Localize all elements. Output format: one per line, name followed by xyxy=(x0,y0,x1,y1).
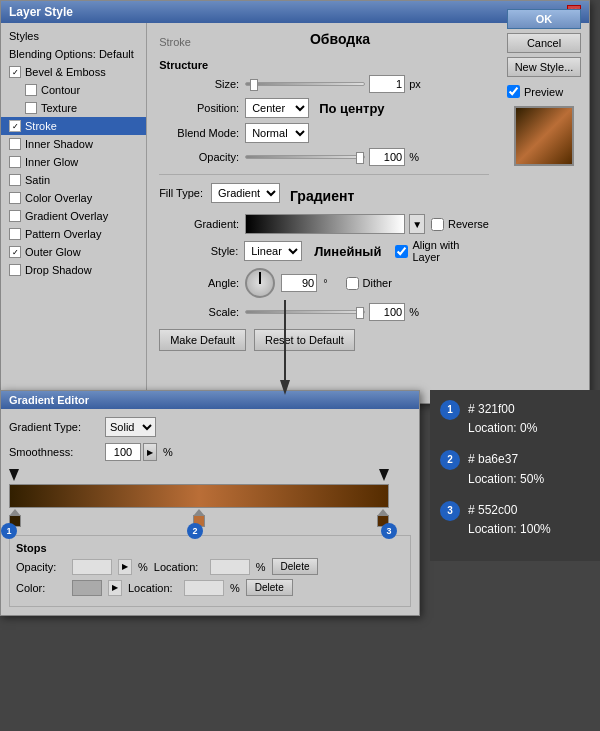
opacity-stop-input[interactable] xyxy=(72,559,112,575)
style-text: Линейный xyxy=(314,244,381,259)
new-style-button[interactable]: New Style... xyxy=(507,57,581,77)
stops-section: Stops Opacity: ▶ % Location: % Delete Co… xyxy=(9,535,411,607)
pattern-overlay-checkbox[interactable] xyxy=(9,228,21,240)
angle-input[interactable] xyxy=(281,274,317,292)
opacity-pct: % xyxy=(138,561,148,573)
drop-shadow-checkbox[interactable] xyxy=(9,264,21,276)
sidebar-item-drop-shadow[interactable]: Drop Shadow xyxy=(1,261,146,279)
sidebar-item-pattern-overlay[interactable]: Pattern Overlay xyxy=(1,225,146,243)
color-swatch[interactable] xyxy=(72,580,102,596)
opacity-stop-label: Opacity: xyxy=(16,561,66,573)
sidebar-item-color-overlay[interactable]: Color Overlay xyxy=(1,189,146,207)
inner-glow-label: Inner Glow xyxy=(25,156,78,168)
sidebar-item-inner-shadow[interactable]: Inner Shadow xyxy=(1,135,146,153)
smoothness-input[interactable] xyxy=(105,443,141,461)
make-default-button[interactable]: Make Default xyxy=(159,329,246,351)
reverse-label: Reverse xyxy=(448,218,489,230)
sidebar-item-bevel[interactable]: ✓ Bevel & Emboss xyxy=(1,63,146,81)
smoothness-stepper: ▶ xyxy=(105,443,157,461)
gradient-label: Gradient: xyxy=(159,218,239,230)
sidebar-item-blending[interactable]: Blending Options: Default xyxy=(1,45,146,63)
reset-default-button[interactable]: Reset to Default xyxy=(254,329,355,351)
preview-checkbox[interactable] xyxy=(507,85,520,98)
inner-glow-checkbox[interactable] xyxy=(9,156,21,168)
angle-dial[interactable] xyxy=(245,268,275,298)
fill-type-label: Fill Type: xyxy=(159,187,203,199)
gradient-preview[interactable] xyxy=(245,214,405,234)
blend-mode-row: Blend Mode: NormalMultiplyScreen xyxy=(159,123,489,143)
dialog-title: Layer Style xyxy=(9,5,73,19)
opacity-stop-left[interactable] xyxy=(9,469,19,481)
info-panel: 1 # 321f00 Location: 0% 2 # ba6e37 Locat… xyxy=(430,390,600,561)
scale-slider-container: % xyxy=(245,303,419,321)
align-layer-label: Align with Layer xyxy=(412,239,489,263)
opacity-stop-arrow[interactable]: ▶ xyxy=(118,559,132,575)
location-input-2[interactable] xyxy=(184,580,224,596)
position-select[interactable]: CenterInsideOutside xyxy=(245,98,309,118)
sidebar-item-texture[interactable]: Texture xyxy=(1,99,146,117)
location-pct-1: % xyxy=(256,561,266,573)
opacity-slider-container: % xyxy=(245,148,419,166)
gradient-type-select[interactable]: SolidNoise xyxy=(105,417,156,437)
style-select[interactable]: LinearRadialAngle xyxy=(244,241,302,261)
size-input[interactable]: 1 xyxy=(369,75,405,93)
size-slider[interactable] xyxy=(245,82,365,86)
cancel-button[interactable]: Cancel xyxy=(507,33,581,53)
blend-mode-label: Blend Mode: xyxy=(159,127,239,139)
opacity-row: Opacity: % xyxy=(159,148,489,166)
preview-label: Preview xyxy=(524,86,563,98)
bevel-checkbox[interactable]: ✓ xyxy=(9,66,21,78)
inner-shadow-checkbox[interactable] xyxy=(9,138,21,150)
sidebar-item-gradient-overlay[interactable]: Gradient Overlay xyxy=(1,207,146,225)
sidebar-item-styles[interactable]: Styles xyxy=(1,27,146,45)
sidebar-item-satin[interactable]: Satin xyxy=(1,171,146,189)
gradient-main-bar[interactable] xyxy=(9,484,389,508)
smoothness-row: Smoothness: ▶ % xyxy=(9,443,411,461)
opacity-delete-button[interactable]: Delete xyxy=(272,558,319,575)
smoothness-arrow[interactable]: ▶ xyxy=(143,443,157,461)
stop-number-3: 3 xyxy=(381,523,397,539)
outer-glow-label: Outer Glow xyxy=(25,246,81,258)
info-entry-2: 2 # ba6e37 Location: 50% xyxy=(440,450,590,488)
dither-label: Dither xyxy=(363,277,392,289)
left-panel: Styles Blending Options: Default ✓ Bevel… xyxy=(1,23,147,403)
satin-checkbox[interactable] xyxy=(9,174,21,186)
color-swatch-arrow[interactable]: ▶ xyxy=(108,580,122,596)
dither-checkbox[interactable] xyxy=(346,277,359,290)
location-input-1[interactable] xyxy=(210,559,250,575)
align-layer-checkbox[interactable] xyxy=(395,245,408,258)
color-delete-button[interactable]: Delete xyxy=(246,579,293,596)
pattern-overlay-label: Pattern Overlay xyxy=(25,228,101,240)
info-location-1: Location: 0% xyxy=(468,419,537,438)
opacity-input[interactable] xyxy=(369,148,405,166)
gradient-overlay-checkbox[interactable] xyxy=(9,210,21,222)
sidebar-item-stroke[interactable]: ✓ Stroke xyxy=(1,117,146,135)
opacity-slider[interactable] xyxy=(245,155,365,159)
contour-checkbox[interactable] xyxy=(25,84,37,96)
fill-type-select[interactable]: GradientColorPattern xyxy=(211,183,280,203)
ok-button[interactable]: OK xyxy=(507,9,581,29)
sidebar-item-contour[interactable]: Contour xyxy=(1,81,146,99)
gradient-dropdown-btn[interactable]: ▼ xyxy=(409,214,425,234)
position-row: Position: CenterInsideOutside По центру xyxy=(159,98,489,118)
scale-row: Scale: % xyxy=(159,303,489,321)
opacity-label: Opacity: xyxy=(159,151,239,163)
info-color-3: # 552c00 xyxy=(468,501,551,520)
blend-mode-select[interactable]: NormalMultiplyScreen xyxy=(245,123,309,143)
sidebar-item-outer-glow[interactable]: ✓ Outer Glow xyxy=(1,243,146,261)
stroke-label: Stroke xyxy=(25,120,57,132)
reverse-checkbox[interactable] xyxy=(431,218,444,231)
size-unit: px xyxy=(409,78,421,90)
texture-checkbox[interactable] xyxy=(25,102,37,114)
scale-slider[interactable] xyxy=(245,310,365,314)
color-overlay-label: Color Overlay xyxy=(25,192,92,204)
outer-glow-checkbox[interactable]: ✓ xyxy=(9,246,21,258)
sidebar-item-inner-glow[interactable]: Inner Glow xyxy=(1,153,146,171)
size-label: Size: xyxy=(159,78,239,90)
gradient-bar-container: 1 2 3 xyxy=(9,467,411,529)
scale-input[interactable] xyxy=(369,303,405,321)
color-overlay-checkbox[interactable] xyxy=(9,192,21,204)
stroke-checkbox[interactable]: ✓ xyxy=(9,120,21,132)
reverse-row: Reverse xyxy=(431,218,489,231)
opacity-stop-right[interactable] xyxy=(379,469,389,481)
